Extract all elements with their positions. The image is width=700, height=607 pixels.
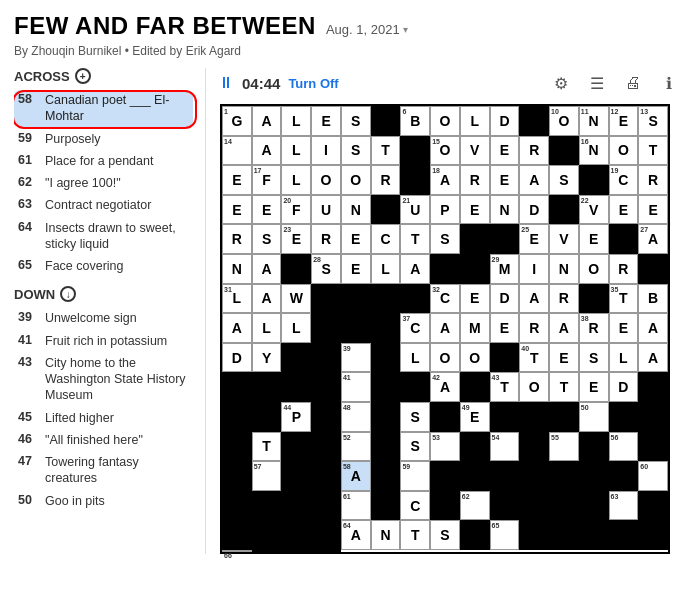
- grid-cell-r1c1[interactable]: A: [252, 136, 282, 166]
- clue-64-across[interactable]: 64 Insects drawn to sweet, sticky liquid: [14, 218, 193, 255]
- grid-cell-r2c15[interactable]: E: [252, 195, 282, 225]
- grid-cell-r7c11[interactable]: D: [222, 343, 252, 373]
- grid-cell-r3c12[interactable]: E: [638, 195, 668, 225]
- crossword-grid[interactable]: 1GALES6BOLD10O11N12E13S14ALIST15OVER16NO…: [220, 104, 670, 554]
- grid-cell-r11c9[interactable]: 56: [609, 432, 639, 462]
- grid-cell-r5c2[interactable]: L: [371, 254, 401, 284]
- grid-cell-r1c10[interactable]: R: [519, 136, 549, 166]
- clue-59-across[interactable]: 59 Purposely: [14, 129, 193, 149]
- grid-cell-r4c10[interactable]: E: [579, 224, 609, 254]
- grid-cell-r10c4[interactable]: 49E: [460, 402, 490, 432]
- grid-cell-r6c10[interactable]: B: [638, 284, 668, 314]
- info-icon[interactable]: ℹ: [658, 72, 680, 94]
- grid-cell-r4c8[interactable]: 25E: [519, 224, 549, 254]
- grid-cell-r7c12[interactable]: Y: [252, 343, 282, 373]
- grid-cell-r0c14[interactable]: 13S: [638, 106, 668, 136]
- grid-cell-r1c12[interactable]: 16N: [579, 136, 609, 166]
- clue-46-down[interactable]: 46 "All finished here": [14, 430, 193, 450]
- grid-cell-r5c0[interactable]: 28S: [311, 254, 341, 284]
- grid-cell-r14c3[interactable]: S: [430, 520, 460, 550]
- grid-cell-r7c10[interactable]: A: [638, 313, 668, 343]
- grid-cell-r1c15[interactable]: E: [222, 165, 252, 195]
- grid-cell-r9c9[interactable]: D: [609, 372, 639, 402]
- grid-cell-r1c14[interactable]: T: [638, 136, 668, 166]
- grid-cell-r3c10[interactable]: 22V: [579, 195, 609, 225]
- grid-cell-r8c6[interactable]: 40T: [519, 343, 549, 373]
- grid-cell-r5c13[interactable]: A: [252, 284, 282, 314]
- grid-cell-r8c0[interactable]: 39: [341, 343, 371, 373]
- grid-cell-r10c2[interactable]: S: [400, 402, 430, 432]
- grid-cell-r1c0[interactable]: 14: [222, 136, 252, 166]
- grid-cell-r0c9[interactable]: D: [490, 106, 520, 136]
- grid-cell-r4c1[interactable]: R: [311, 224, 341, 254]
- grid-cell-r4c3[interactable]: C: [371, 224, 401, 254]
- grid-cell-r0c7[interactable]: O: [430, 106, 460, 136]
- grid-cell-r12c2[interactable]: 59: [400, 461, 430, 491]
- clue-43-down[interactable]: 43 City home to the Washington State His…: [14, 353, 193, 406]
- grid-cell-r4c2[interactable]: E: [341, 224, 371, 254]
- grid-cell-r9c13[interactable]: 44P: [281, 402, 311, 432]
- grid-cell-r4c14[interactable]: A: [252, 254, 282, 284]
- grid-cell-r5c1[interactable]: E: [341, 254, 371, 284]
- grid-cell-r5c8[interactable]: N: [549, 254, 579, 284]
- grid-cell-r5c14[interactable]: W: [281, 284, 311, 314]
- grid-cell-r0c4[interactable]: S: [341, 106, 371, 136]
- grid-cell-r5c3[interactable]: A: [400, 254, 430, 284]
- options-icon[interactable]: ☰: [586, 72, 608, 94]
- grid-cell-r3c4[interactable]: 21U: [400, 195, 430, 225]
- grid-cell-r1c3[interactable]: I: [311, 136, 341, 166]
- grid-cell-r2c14[interactable]: E: [222, 195, 252, 225]
- grid-cell-r5c9[interactable]: O: [579, 254, 609, 284]
- grid-cell-r12c0[interactable]: 58A: [341, 461, 371, 491]
- grid-cell-r11c5[interactable]: 54: [490, 432, 520, 462]
- grid-cell-r7c3[interactable]: A: [430, 313, 460, 343]
- grid-cell-r8c8[interactable]: S: [579, 343, 609, 373]
- grid-cell-r6c12[interactable]: L: [252, 313, 282, 343]
- grid-cell-r2c0[interactable]: 17F: [252, 165, 282, 195]
- grid-cell-r2c4[interactable]: R: [371, 165, 401, 195]
- clue-62-across[interactable]: 62 "I agree 100!": [14, 173, 193, 193]
- grid-cell-r9c3[interactable]: 42A: [430, 372, 460, 402]
- grid-cell-r0c2[interactable]: L: [281, 106, 311, 136]
- grid-cell-r13c9[interactable]: 63: [609, 491, 639, 521]
- grid-cell-r0c0[interactable]: 1G: [222, 106, 252, 136]
- grid-cell-r2c2[interactable]: O: [311, 165, 341, 195]
- grid-cell-r7c4[interactable]: M: [460, 313, 490, 343]
- grid-cell-r1c7[interactable]: 15O: [430, 136, 460, 166]
- grid-cell-r3c8[interactable]: D: [519, 195, 549, 225]
- clue-50-down[interactable]: 50 Goo in pits: [14, 491, 193, 511]
- grid-cell-r2c12[interactable]: 19C: [609, 165, 639, 195]
- grid-cell-r2c1[interactable]: L: [281, 165, 311, 195]
- grid-cell-r9c0[interactable]: 41: [341, 372, 371, 402]
- grid-cell-r0c6[interactable]: 6B: [400, 106, 430, 136]
- grid-cell-r0c13[interactable]: 12E: [609, 106, 639, 136]
- grid-cell-r4c4[interactable]: T: [400, 224, 430, 254]
- grid-cell-r6c3[interactable]: 32C: [430, 284, 460, 314]
- grid-cell-r9c5[interactable]: 43T: [490, 372, 520, 402]
- grid-cell-r14c11[interactable]: 66: [222, 550, 252, 552]
- grid-cell-r6c7[interactable]: R: [549, 284, 579, 314]
- grid-cell-r6c5[interactable]: D: [490, 284, 520, 314]
- grid-cell-r0c12[interactable]: 11N: [579, 106, 609, 136]
- clue-65-across[interactable]: 65 Face covering: [14, 256, 193, 276]
- clue-45-down[interactable]: 45 Lifted higher: [14, 408, 193, 428]
- grid-cell-r11c12[interactable]: 57: [252, 461, 282, 491]
- grid-cell-r3c13[interactable]: R: [222, 224, 252, 254]
- grid-cell-r10c0[interactable]: 48: [341, 402, 371, 432]
- clue-47-down[interactable]: 47 Towering fantasy creatures: [14, 452, 193, 489]
- grid-cell-r4c13[interactable]: N: [222, 254, 252, 284]
- grid-cell-r14c5[interactable]: 65: [490, 520, 520, 550]
- grid-cell-r5c6[interactable]: 29M: [490, 254, 520, 284]
- grid-cell-r9c7[interactable]: T: [549, 372, 579, 402]
- grid-cell-r13c4[interactable]: 62: [460, 491, 490, 521]
- grid-cell-r14c0[interactable]: 64A: [341, 520, 371, 550]
- pause-icon[interactable]: ⏸: [218, 74, 234, 92]
- grid-cell-r2c10[interactable]: S: [549, 165, 579, 195]
- grid-cell-r5c12[interactable]: 31L: [222, 284, 252, 314]
- clue-58-across[interactable]: 58 Canadian poet ___ El-Mohtar: [14, 90, 193, 127]
- grid-cell-r2c9[interactable]: A: [519, 165, 549, 195]
- grid-cell-r2c8[interactable]: E: [490, 165, 520, 195]
- grid-cell-r3c2[interactable]: N: [341, 195, 371, 225]
- grid-cell-r7c8[interactable]: 38R: [579, 313, 609, 343]
- grid-cell-r6c11[interactable]: A: [222, 313, 252, 343]
